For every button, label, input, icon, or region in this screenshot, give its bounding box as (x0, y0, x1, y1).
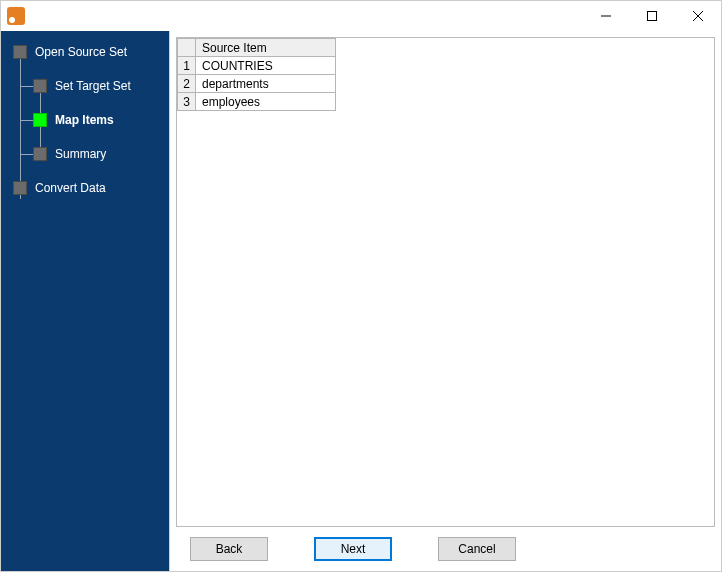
cancel-button[interactable]: Cancel (438, 537, 516, 561)
step-marker-icon (33, 113, 47, 127)
maximize-button[interactable] (629, 1, 675, 31)
app-icon (7, 7, 25, 25)
back-button[interactable]: Back (190, 537, 268, 561)
svg-rect-1 (648, 12, 657, 21)
row-number-cell: 2 (178, 75, 196, 93)
step-marker-icon (33, 147, 47, 161)
step-convert-data[interactable]: Convert Data (7, 177, 169, 199)
title-bar (1, 1, 721, 31)
main-area: Source Item 1 COUNTRIES 2 departments 3 (169, 31, 721, 571)
wizard-button-bar: Back Next Cancel (170, 527, 721, 571)
table-row[interactable]: 1 COUNTRIES (178, 57, 336, 75)
step-marker-icon (33, 79, 47, 93)
step-label: Map Items (55, 113, 114, 127)
step-marker-icon (13, 45, 27, 59)
step-summary[interactable]: Summary (7, 143, 169, 165)
column-header-label: Source Item (202, 41, 267, 55)
source-item-column-header[interactable]: Source Item (196, 39, 336, 57)
step-set-target-set[interactable]: Set Target Set (7, 75, 169, 97)
step-map-items[interactable]: Map Items (7, 109, 169, 131)
step-marker-icon (13, 181, 27, 195)
minimize-button[interactable] (583, 1, 629, 31)
step-label: Set Target Set (55, 79, 131, 93)
source-item-cell[interactable]: employees (196, 93, 336, 111)
table-row[interactable]: 3 employees (178, 93, 336, 111)
wizard-sidebar: Open Source Set Set Target Set Map Items… (1, 31, 169, 571)
source-item-grid[interactable]: Source Item 1 COUNTRIES 2 departments 3 (176, 37, 715, 527)
row-number-cell: 3 (178, 93, 196, 111)
step-label: Convert Data (35, 181, 106, 195)
table-row[interactable]: 2 departments (178, 75, 336, 93)
source-item-cell[interactable]: COUNTRIES (196, 57, 336, 75)
step-label: Open Source Set (35, 45, 127, 59)
window-controls (583, 1, 721, 31)
step-open-source-set[interactable]: Open Source Set (7, 41, 169, 63)
next-button[interactable]: Next (314, 537, 392, 561)
wizard-step-tree: Open Source Set Set Target Set Map Items… (7, 41, 169, 199)
source-item-cell[interactable]: departments (196, 75, 336, 93)
close-button[interactable] (675, 1, 721, 31)
step-label: Summary (55, 147, 106, 161)
row-number-cell: 1 (178, 57, 196, 75)
row-number-header[interactable] (178, 39, 196, 57)
